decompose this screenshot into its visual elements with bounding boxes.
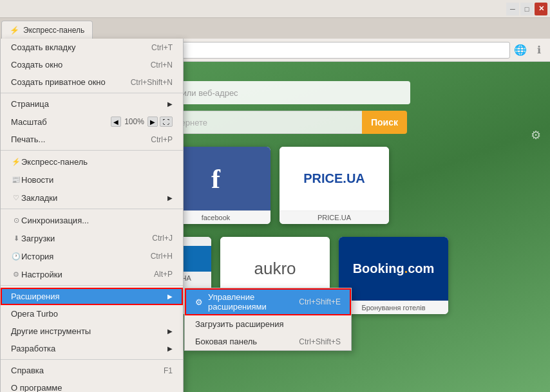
menu-label-sync: Синхронизация... [21,216,89,225]
menu-shortcut-new-private: Ctrl+Shift+N [131,78,173,87]
menu-label-print: Печать... [11,135,45,144]
menu-item-about[interactable]: О программе [1,379,183,392]
menu-item-new-window[interactable]: Создать окно Ctrl+N [1,56,183,73]
price-logo: PRICE.UA [303,171,365,186]
separator-5 [1,359,183,360]
menu-label-about: О программе [11,383,62,392]
submenu-item-sidebar[interactable]: Боковая панель Ctrl+Shift+S [185,333,351,350]
facebook-logo: f [211,163,220,194]
menu-shortcut-new-window: Ctrl+N [151,61,173,70]
speed-dial-grid: f facebook PRICE.UA PRICE.UA [161,147,389,224]
dropdown-overlay: Создать вкладку Ctrl+T Создать окно Ctrl… [0,39,184,392]
speed-dial-settings-icon[interactable]: ⚙ [527,126,545,144]
downloads-menu-icon: ⬇ [11,233,21,243]
close-button[interactable]: ✕ [535,3,547,15]
arrow-icon-other-tools: ▶ [167,328,173,335]
menu-item-page[interactable]: Страница ▶ [1,95,183,113]
menu-label-extensions: Расширения [11,292,60,301]
menu-label-speed-dial: Экспресс-панель [21,157,88,167]
separator-2 [1,150,183,151]
menu-item-history[interactable]: 🕐 История Ctrl+H [1,247,183,265]
menu-label-help: Справка [11,366,44,375]
menu-item-other-tools[interactable]: Другие инструменты ▶ [1,322,183,340]
zoom-decrease-button[interactable]: ◀ [111,117,121,127]
zoom-control: ◀ 100% ▶ ⛶ [111,117,173,127]
menu-item-settings[interactable]: ⚙ Настройки Alt+P [1,265,183,283]
zoom-increase-button[interactable]: ▶ [147,117,158,127]
tab-favicon: ⚡ [10,26,19,35]
submenu-label-sidebar: Боковая панель [195,337,257,346]
submenu-item-load[interactable]: Загрузить расширения [185,315,351,333]
zoom-value: 100% [123,117,146,126]
menu-item-zoom[interactable]: Масштаб ◀ 100% ▶ ⛶ [1,113,183,131]
speed-dial-menu-icon: ⚡ [11,156,21,167]
dial-label-booking: Бронування готелів [339,301,448,314]
menu-label-opera-turbo: Opera Turbo [11,309,58,319]
menu-item-bookmarks[interactable]: ♡ Закладки ▶ [1,189,183,207]
translate-icon[interactable]: 🌐 [512,42,529,59]
separator-4 [1,285,183,286]
news-menu-icon: 📰 [11,174,21,185]
menu-item-downloads[interactable]: ⬇ Загрузки Ctrl+J [1,229,183,247]
menu-label-bookmarks: Закладки [21,193,57,203]
extensions-submenu-wrapper: Расширения ▶ ⚙ Управление расширениями C… [1,288,183,305]
titlebar: ─ □ ✕ [0,0,550,18]
submenu-item-manage[interactable]: ⚙ Управление расширениями Ctrl+Shift+E [185,288,351,315]
menu-item-speed-dial[interactable]: ⚡ Экспресс-панель [1,153,183,171]
menu-label-page: Страница [11,99,49,109]
dial-label-price: PRICE.UA [280,210,389,224]
menu-item-print[interactable]: Печать... Ctrl+P [1,131,183,148]
minimize-button[interactable]: ─ [506,3,519,15]
menu-shortcut-help: F1 [164,366,173,375]
zoom-fullscreen-button[interactable]: ⛶ [160,117,173,127]
menu-shortcut-history: Ctrl+H [151,252,173,261]
menu-label-history: История [21,252,53,261]
active-tab[interactable]: ⚡ Экспресс-панель [1,21,93,39]
menu-item-sync[interactable]: ⊙ Синхронизация... [1,211,183,229]
dial-item-price[interactable]: PRICE.UA PRICE.UA [280,147,389,224]
menu-item-extensions[interactable]: Расширения ▶ [1,288,183,305]
dial-thumbnail-booking: Booking.com [339,237,448,301]
aukro-logo: aukro [254,259,296,279]
menu-item-new-private[interactable]: Создать приватное окно Ctrl+Shift+N [1,73,183,91]
menu-item-opera-turbo[interactable]: Opera Turbo [1,305,183,322]
menu-item-new-tab[interactable]: Создать вкладку Ctrl+T [1,39,183,56]
menu-label-other-tools: Другие инструменты [11,326,91,336]
submenu-shortcut-manage: Ctrl+Shift+E [299,297,341,306]
search-button[interactable]: Поиск [362,111,407,134]
submenu-label-manage: Управление расширениями [208,292,294,312]
menu-shortcut-new-tab: Ctrl+T [151,43,173,52]
menu-label-new-private: Создать приватное окно [11,77,106,87]
menu-shortcut-downloads: Ctrl+J [152,234,173,243]
menu-label-settings: Настройки [21,270,62,279]
menu-label-news: Новости [21,175,53,185]
menu-shortcut-print: Ctrl+P [151,135,173,144]
extensions-submenu: ⚙ Управление расширениями Ctrl+Shift+E З… [184,288,352,351]
dial-thumbnail-price: PRICE.UA [280,147,389,210]
separator-3 [1,209,183,209]
bookmarks-menu-icon: ♡ [11,192,21,203]
menu-label-dev: Разработка [11,344,55,353]
booking-logo: Booking.com [353,261,435,276]
manage-extensions-icon: ⚙ [195,297,203,307]
separator-1 [1,93,183,93]
maximize-button[interactable]: □ [520,3,533,15]
tab-label: Экспресс-панель [23,26,84,35]
settings-menu-icon: ⚙ [11,269,21,279]
dial-item-booking[interactable]: Booking.com Бронування готелів [339,237,448,314]
submenu-shortcut-sidebar: Ctrl+Shift+S [299,337,341,346]
arrow-icon-bookmarks: ▶ [167,194,173,201]
menu-item-news[interactable]: 📰 Новости [1,171,183,189]
history-menu-icon: 🕐 [11,251,21,261]
menu-label-zoom: Масштаб [11,117,47,127]
menu-label-downloads: Загрузки [21,234,55,243]
info-icon[interactable]: ℹ [531,42,547,59]
tab-bar: ⚡ Экспресс-панель [0,18,550,39]
menu-item-dev[interactable]: Разработка ▶ [1,340,183,357]
menu-label-new-tab: Создать вкладку [11,42,76,52]
arrow-icon-page: ▶ [167,100,173,107]
submenu-label-load: Загрузить расширения [195,319,284,329]
menu-item-help[interactable]: Справка F1 [1,362,183,379]
arrow-icon-extensions: ▶ [167,293,173,300]
main-menu: Создать вкладку Ctrl+T Создать окно Ctrl… [0,39,184,392]
